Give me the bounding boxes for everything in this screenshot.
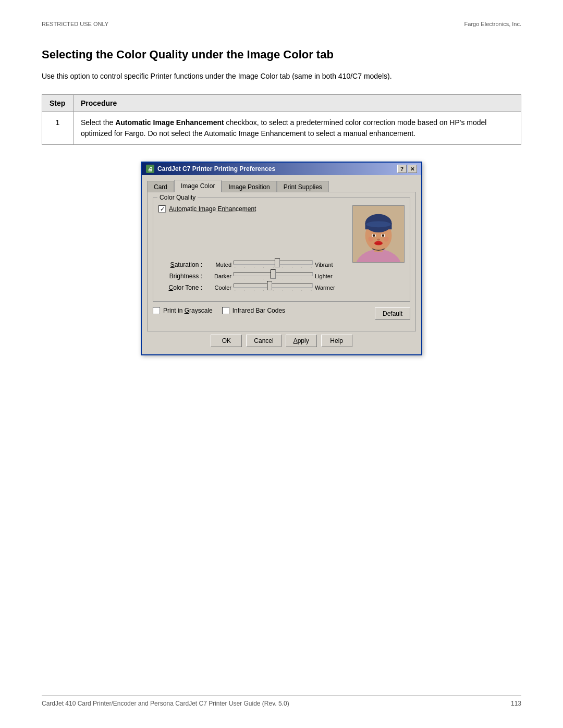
tab-image-position[interactable]: Image Position (222, 181, 276, 193)
col-step: Step (42, 95, 74, 112)
colortone-track[interactable] (234, 283, 313, 288)
bottom-checkboxes: Print in Grayscale Infrared Bar Codes De… (153, 307, 410, 320)
group-left: Automatic Image Enhancement Saturat (158, 205, 344, 295)
section-title: Selecting the Color Quality under the Im… (42, 48, 521, 61)
colortone-left: Cooler (204, 285, 231, 291)
apply-button[interactable]: Apply (286, 335, 317, 347)
slider-section: Saturation : Muted ········· (158, 261, 344, 292)
step-number: 1 (42, 112, 74, 145)
titlebar-left: 🖨 CardJet C7 Printer Printing Preference… (146, 165, 275, 173)
app-icon: 🖨 (146, 165, 154, 173)
grayscale-label: Print in Grayscale (163, 307, 213, 314)
tab-panel: Color Quality Automatic Image Enhancemen… (147, 192, 416, 331)
auto-enhancement-checkbox[interactable] (158, 205, 166, 213)
tab-bar: Card Image Color Image Position Print Su… (147, 179, 416, 192)
brightness-label: Brightness : (161, 273, 202, 280)
help-dialog-button[interactable]: Help (321, 335, 352, 347)
svg-point-9 (373, 234, 375, 237)
dialog-titlebar: 🖨 CardJet C7 Printer Printing Preference… (142, 163, 421, 175)
group-box-content: Automatic Image Enhancement Saturat (158, 202, 405, 295)
dialog-footer: OK Cancel Apply Help (147, 331, 416, 349)
titlebar-buttons: ? ✕ (397, 165, 417, 173)
infrared-row[interactable]: Infrared Bar Codes (222, 307, 285, 314)
grayscale-row[interactable]: Print in Grayscale (153, 307, 213, 314)
page-footer: CardJet 410 Card Printer/Encoder and Per… (42, 695, 521, 707)
dialog-body: Card Image Color Image Position Print Su… (142, 175, 421, 354)
help-button[interactable]: ? (397, 165, 407, 173)
portrait-image (352, 205, 405, 263)
group-box-label: Color Quality (157, 194, 198, 201)
intro-text: Use this option to control specific Prin… (42, 71, 521, 82)
brightness-left: Darker (204, 273, 231, 279)
col-procedure: Procedure (74, 95, 521, 112)
step-procedure: Select the Automatic Image Enhancement c… (74, 112, 521, 145)
color-quality-group: Color Quality Automatic Image Enhancemen… (153, 198, 410, 302)
dialog-title: CardJet C7 Printer Printing Preferences (157, 165, 275, 172)
colortone-row: Color Tone : Cooler ········· (161, 283, 342, 292)
colortone-right: Warmer (315, 285, 342, 291)
portrait-svg (353, 206, 404, 262)
brightness-track[interactable] (234, 272, 313, 276)
default-button[interactable]: Default (375, 307, 410, 320)
saturation-track[interactable] (234, 261, 313, 265)
cancel-button[interactable]: Cancel (246, 335, 281, 347)
svg-point-10 (382, 234, 384, 237)
infrared-label: Infrared Bar Codes (232, 307, 285, 314)
saturation-right: Vibrant (315, 262, 342, 268)
page-header: RESTRICTED USE ONLY Fargo Electronics, I… (42, 21, 521, 27)
tab-image-color[interactable]: Image Color (174, 180, 222, 192)
brightness-track-container: ········· (234, 272, 313, 280)
dialog-window: 🖨 CardJet C7 Printer Printing Preference… (141, 162, 422, 355)
svg-point-15 (384, 237, 389, 242)
bottom-right: Default (375, 307, 410, 320)
colortone-dots: ········· (234, 288, 313, 292)
table-row: 1 Select the Automatic Image Enhancement… (42, 112, 521, 145)
saturation-thumb[interactable] (275, 258, 280, 267)
infrared-checkbox[interactable] (222, 307, 229, 314)
page: RESTRICTED USE ONLY Fargo Electronics, I… (0, 0, 563, 728)
checkbox-label: Automatic Image Enhancement (169, 205, 256, 213)
colortone-label: Color Tone : (161, 284, 202, 291)
brightness-thumb[interactable] (271, 269, 276, 279)
procedure-table: Step Procedure 1 Select the Automatic Im… (42, 94, 521, 145)
footer-page-number: 113 (511, 700, 521, 707)
brightness-right: Lighter (315, 273, 342, 279)
tab-print-supplies[interactable]: Print Supplies (277, 181, 329, 193)
footer-left: CardJet 410 Card Printer/Encoder and Per… (42, 700, 289, 707)
saturation-label: Saturation : (161, 261, 202, 268)
saturation-dots: ········· (234, 265, 313, 269)
ok-button[interactable]: OK (211, 335, 242, 347)
svg-point-6 (366, 221, 390, 228)
checkbox-row[interactable]: Automatic Image Enhancement (158, 205, 344, 213)
brightness-row: Brightness : Darker ········· (161, 272, 342, 280)
header-left: RESTRICTED USE ONLY (42, 21, 108, 27)
saturation-row: Saturation : Muted ········· (161, 261, 342, 269)
saturation-track-container: ········· (234, 261, 313, 269)
colortone-thumb[interactable] (267, 281, 272, 290)
colortone-track-container: ········· (234, 283, 313, 292)
dialog-container: 🖨 CardJet C7 Printer Printing Preference… (42, 162, 521, 355)
grayscale-checkbox[interactable] (153, 307, 160, 314)
saturation-left: Muted (204, 262, 231, 268)
tab-card[interactable]: Card (147, 181, 174, 193)
close-button[interactable]: ✕ (408, 165, 417, 173)
svg-point-14 (368, 237, 373, 242)
spacer (158, 219, 344, 261)
svg-point-11 (377, 239, 380, 241)
header-right: Fargo Electronics, Inc. (464, 21, 521, 27)
